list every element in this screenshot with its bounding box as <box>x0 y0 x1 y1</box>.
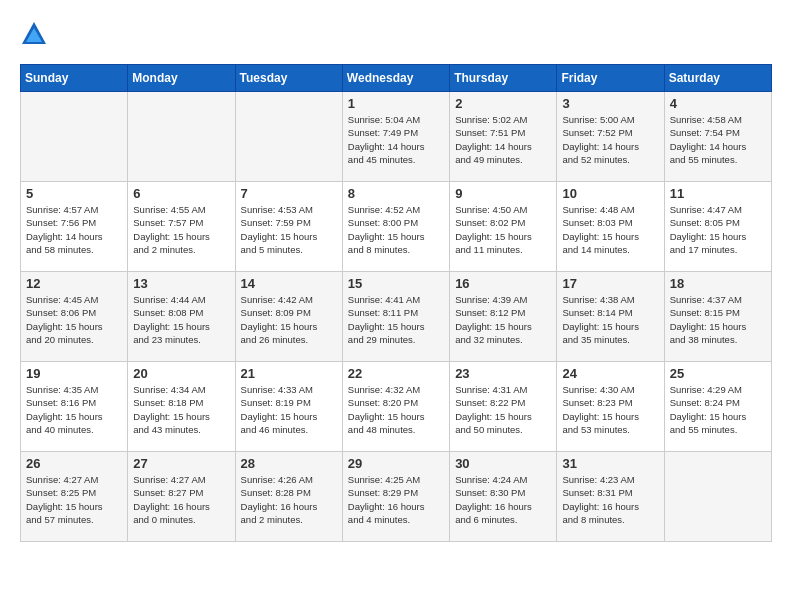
day-number: 5 <box>26 186 122 201</box>
calendar-header: SundayMondayTuesdayWednesdayThursdayFrid… <box>21 65 772 92</box>
calendar-cell: 20Sunrise: 4:34 AMSunset: 8:18 PMDayligh… <box>128 362 235 452</box>
day-number: 14 <box>241 276 337 291</box>
day-number: 20 <box>133 366 229 381</box>
calendar-cell: 21Sunrise: 4:33 AMSunset: 8:19 PMDayligh… <box>235 362 342 452</box>
calendar-cell: 25Sunrise: 4:29 AMSunset: 8:24 PMDayligh… <box>664 362 771 452</box>
day-info: Sunrise: 4:55 AMSunset: 7:57 PMDaylight:… <box>133 203 229 256</box>
weekday-header: Wednesday <box>342 65 449 92</box>
day-info: Sunrise: 4:37 AMSunset: 8:15 PMDaylight:… <box>670 293 766 346</box>
calendar-cell: 6Sunrise: 4:55 AMSunset: 7:57 PMDaylight… <box>128 182 235 272</box>
calendar-cell: 13Sunrise: 4:44 AMSunset: 8:08 PMDayligh… <box>128 272 235 362</box>
day-number: 30 <box>455 456 551 471</box>
calendar-cell: 7Sunrise: 4:53 AMSunset: 7:59 PMDaylight… <box>235 182 342 272</box>
calendar-cell: 23Sunrise: 4:31 AMSunset: 8:22 PMDayligh… <box>450 362 557 452</box>
calendar-week-row: 26Sunrise: 4:27 AMSunset: 8:25 PMDayligh… <box>21 452 772 542</box>
header-row: SundayMondayTuesdayWednesdayThursdayFrid… <box>21 65 772 92</box>
day-info: Sunrise: 4:24 AMSunset: 8:30 PMDaylight:… <box>455 473 551 526</box>
calendar-cell: 17Sunrise: 4:38 AMSunset: 8:14 PMDayligh… <box>557 272 664 362</box>
day-number: 7 <box>241 186 337 201</box>
day-number: 19 <box>26 366 122 381</box>
calendar-week-row: 1Sunrise: 5:04 AMSunset: 7:49 PMDaylight… <box>21 92 772 182</box>
day-info: Sunrise: 4:27 AMSunset: 8:27 PMDaylight:… <box>133 473 229 526</box>
day-info: Sunrise: 4:50 AMSunset: 8:02 PMDaylight:… <box>455 203 551 256</box>
weekday-header: Sunday <box>21 65 128 92</box>
day-number: 10 <box>562 186 658 201</box>
weekday-header: Friday <box>557 65 664 92</box>
day-info: Sunrise: 4:23 AMSunset: 8:31 PMDaylight:… <box>562 473 658 526</box>
calendar-cell: 8Sunrise: 4:52 AMSunset: 8:00 PMDaylight… <box>342 182 449 272</box>
page-header <box>20 20 772 48</box>
calendar-cell <box>128 92 235 182</box>
day-info: Sunrise: 4:58 AMSunset: 7:54 PMDaylight:… <box>670 113 766 166</box>
calendar-cell: 14Sunrise: 4:42 AMSunset: 8:09 PMDayligh… <box>235 272 342 362</box>
calendar-cell: 3Sunrise: 5:00 AMSunset: 7:52 PMDaylight… <box>557 92 664 182</box>
day-info: Sunrise: 4:31 AMSunset: 8:22 PMDaylight:… <box>455 383 551 436</box>
weekday-header: Tuesday <box>235 65 342 92</box>
day-info: Sunrise: 4:33 AMSunset: 8:19 PMDaylight:… <box>241 383 337 436</box>
day-info: Sunrise: 4:39 AMSunset: 8:12 PMDaylight:… <box>455 293 551 346</box>
day-info: Sunrise: 4:57 AMSunset: 7:56 PMDaylight:… <box>26 203 122 256</box>
day-number: 23 <box>455 366 551 381</box>
day-info: Sunrise: 5:00 AMSunset: 7:52 PMDaylight:… <box>562 113 658 166</box>
day-number: 11 <box>670 186 766 201</box>
calendar-cell: 5Sunrise: 4:57 AMSunset: 7:56 PMDaylight… <box>21 182 128 272</box>
calendar-week-row: 12Sunrise: 4:45 AMSunset: 8:06 PMDayligh… <box>21 272 772 362</box>
day-info: Sunrise: 5:02 AMSunset: 7:51 PMDaylight:… <box>455 113 551 166</box>
day-number: 21 <box>241 366 337 381</box>
day-number: 18 <box>670 276 766 291</box>
calendar-cell: 22Sunrise: 4:32 AMSunset: 8:20 PMDayligh… <box>342 362 449 452</box>
calendar-cell: 30Sunrise: 4:24 AMSunset: 8:30 PMDayligh… <box>450 452 557 542</box>
day-number: 15 <box>348 276 444 291</box>
day-number: 4 <box>670 96 766 111</box>
calendar-week-row: 19Sunrise: 4:35 AMSunset: 8:16 PMDayligh… <box>21 362 772 452</box>
day-number: 29 <box>348 456 444 471</box>
day-number: 24 <box>562 366 658 381</box>
day-number: 17 <box>562 276 658 291</box>
calendar-cell: 12Sunrise: 4:45 AMSunset: 8:06 PMDayligh… <box>21 272 128 362</box>
calendar-cell: 1Sunrise: 5:04 AMSunset: 7:49 PMDaylight… <box>342 92 449 182</box>
calendar-cell: 19Sunrise: 4:35 AMSunset: 8:16 PMDayligh… <box>21 362 128 452</box>
day-info: Sunrise: 4:52 AMSunset: 8:00 PMDaylight:… <box>348 203 444 256</box>
calendar-week-row: 5Sunrise: 4:57 AMSunset: 7:56 PMDaylight… <box>21 182 772 272</box>
day-number: 25 <box>670 366 766 381</box>
day-info: Sunrise: 4:35 AMSunset: 8:16 PMDaylight:… <box>26 383 122 436</box>
day-number: 31 <box>562 456 658 471</box>
weekday-header: Monday <box>128 65 235 92</box>
day-number: 3 <box>562 96 658 111</box>
day-number: 12 <box>26 276 122 291</box>
logo <box>20 20 52 48</box>
calendar-cell: 4Sunrise: 4:58 AMSunset: 7:54 PMDaylight… <box>664 92 771 182</box>
calendar-cell: 27Sunrise: 4:27 AMSunset: 8:27 PMDayligh… <box>128 452 235 542</box>
day-info: Sunrise: 4:25 AMSunset: 8:29 PMDaylight:… <box>348 473 444 526</box>
day-number: 22 <box>348 366 444 381</box>
weekday-header: Thursday <box>450 65 557 92</box>
day-info: Sunrise: 4:48 AMSunset: 8:03 PMDaylight:… <box>562 203 658 256</box>
day-number: 8 <box>348 186 444 201</box>
calendar-table: SundayMondayTuesdayWednesdayThursdayFrid… <box>20 64 772 542</box>
calendar-body: 1Sunrise: 5:04 AMSunset: 7:49 PMDaylight… <box>21 92 772 542</box>
calendar-cell: 11Sunrise: 4:47 AMSunset: 8:05 PMDayligh… <box>664 182 771 272</box>
calendar-cell: 9Sunrise: 4:50 AMSunset: 8:02 PMDaylight… <box>450 182 557 272</box>
weekday-header: Saturday <box>664 65 771 92</box>
day-info: Sunrise: 4:45 AMSunset: 8:06 PMDaylight:… <box>26 293 122 346</box>
calendar-cell <box>21 92 128 182</box>
calendar-cell: 16Sunrise: 4:39 AMSunset: 8:12 PMDayligh… <box>450 272 557 362</box>
calendar-cell <box>664 452 771 542</box>
day-number: 6 <box>133 186 229 201</box>
calendar-cell: 26Sunrise: 4:27 AMSunset: 8:25 PMDayligh… <box>21 452 128 542</box>
calendar-cell <box>235 92 342 182</box>
calendar-cell: 31Sunrise: 4:23 AMSunset: 8:31 PMDayligh… <box>557 452 664 542</box>
calendar-cell: 2Sunrise: 5:02 AMSunset: 7:51 PMDaylight… <box>450 92 557 182</box>
calendar-cell: 10Sunrise: 4:48 AMSunset: 8:03 PMDayligh… <box>557 182 664 272</box>
day-info: Sunrise: 4:34 AMSunset: 8:18 PMDaylight:… <box>133 383 229 436</box>
calendar-cell: 18Sunrise: 4:37 AMSunset: 8:15 PMDayligh… <box>664 272 771 362</box>
day-info: Sunrise: 4:42 AMSunset: 8:09 PMDaylight:… <box>241 293 337 346</box>
day-number: 16 <box>455 276 551 291</box>
day-number: 2 <box>455 96 551 111</box>
day-number: 13 <box>133 276 229 291</box>
day-info: Sunrise: 4:32 AMSunset: 8:20 PMDaylight:… <box>348 383 444 436</box>
calendar-cell: 24Sunrise: 4:30 AMSunset: 8:23 PMDayligh… <box>557 362 664 452</box>
day-number: 26 <box>26 456 122 471</box>
day-info: Sunrise: 4:41 AMSunset: 8:11 PMDaylight:… <box>348 293 444 346</box>
day-info: Sunrise: 5:04 AMSunset: 7:49 PMDaylight:… <box>348 113 444 166</box>
